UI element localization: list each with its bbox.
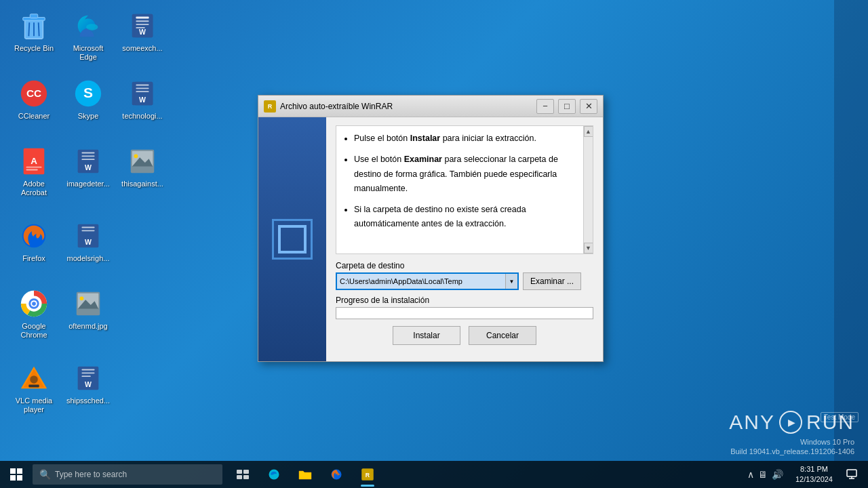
svg-rect-62 — [10, 468, 16, 474]
desktop-icon-ccleaner[interactable]: CC CCleaner — [7, 75, 61, 123]
svg-rect-69 — [243, 475, 249, 479]
desktop-icon-edge[interactable]: Microsoft Edge — [61, 7, 115, 64]
svg-point-54 — [30, 375, 38, 384]
start-button[interactable] — [0, 461, 33, 488]
svg-point-36 — [134, 154, 138, 158]
thisagainst-icon — [126, 145, 159, 178]
desktop-icon-modelsrigh[interactable]: W modelsrigh... — [61, 217, 115, 266]
dialog-titlebar: R Archivo auto-extraíble WinRAR − □ ✕ — [258, 96, 603, 117]
svg-rect-41 — [81, 230, 94, 231]
anyrun-os: Windows 10 Pro — [800, 438, 854, 446]
progress-label: Progreso de la instalación — [336, 296, 593, 305]
desktop-icon-chrome[interactable]: Google Chrome — [7, 285, 61, 342]
svg-text:W: W — [85, 163, 92, 171]
clock[interactable]: 8:31 PM 12/13/2024 — [790, 464, 838, 485]
instalar-bold: Instalar — [410, 134, 440, 143]
shipsschedule-icon: W — [72, 362, 104, 394]
edge-icon — [72, 9, 104, 42]
taskbar-explorer-button[interactable] — [290, 461, 320, 488]
browse-button[interactable]: Examinar ... — [523, 272, 581, 290]
bullet-list: Pulse el botón Instalar para iniciar la … — [343, 131, 575, 232]
svg-rect-10 — [136, 20, 149, 22]
desktop-icon-label-recycle-bin: Recycle Bin — [14, 44, 54, 53]
task-view-button[interactable] — [228, 461, 258, 488]
desktop-icon-acrobat[interactable]: A Adobe Acrobat — [7, 142, 61, 200]
destination-combo[interactable]: C:\Users\admin\AppData\Local\Temp ▼ — [336, 272, 519, 290]
svg-text:R: R — [366, 472, 370, 479]
install-button[interactable]: Instalar — [393, 326, 460, 345]
scroll-up-button[interactable]: ▲ — [584, 126, 593, 137]
dialog-instructions-text: Pulse el botón Instalar para iniciar la … — [343, 131, 586, 232]
dialog-left-panel — [258, 117, 326, 361]
oftenmd-icon — [72, 287, 104, 320]
desktop-icon-oftenmd[interactable]: oftenmd.jpg — [61, 285, 115, 333]
dialog-maximize-button[interactable]: □ — [558, 99, 576, 114]
desktop-icon-imagedeter[interactable]: W imagedeter... — [61, 142, 115, 191]
recycle-bin-icon — [18, 9, 50, 42]
chrome-icon — [18, 287, 50, 320]
speaker-icon[interactable]: 🔊 — [772, 469, 783, 480]
dialog-footer: Instalar Cancelar — [336, 319, 593, 353]
destination-row: C:\Users\admin\AppData\Local\Temp ▼ Exam… — [336, 272, 593, 290]
desktop: Recycle Bin Microsoft Edge — [0, 0, 868, 461]
desktop-icon-technologi[interactable]: W technologi... — [115, 75, 170, 123]
svg-rect-22 — [136, 87, 149, 89]
instruction-1: Pulse el botón Instalar para iniciar la … — [354, 131, 575, 146]
svg-text:CC: CC — [26, 87, 41, 99]
right-panel — [834, 0, 868, 461]
desktop-icon-label-skype: Skype — [78, 112, 99, 121]
notification-center-button[interactable] — [841, 461, 863, 488]
svg-rect-75 — [847, 470, 856, 476]
dialog-instructions-area: Pulse el botón Instalar para iniciar la … — [336, 125, 593, 254]
scroll-down-button[interactable]: ▼ — [584, 243, 593, 253]
desktop-icon-skype[interactable]: S Skype — [61, 75, 115, 123]
dialog-logo-inner — [278, 225, 307, 253]
desktop-icon-thisagainst[interactable]: thisagainst... — [115, 142, 170, 191]
svg-point-71 — [273, 474, 278, 476]
winrar-dialog: R Archivo auto-extraíble WinRAR − □ ✕ — [258, 95, 604, 362]
system-tray: ∧ 🖥 🔊 — [743, 469, 787, 480]
destination-dropdown-button[interactable]: ▼ — [505, 274, 517, 289]
desktop-icon-label-thisagainst: thisagainst... — [121, 180, 163, 188]
desktop-icon-label-someexch: someexch... — [122, 44, 162, 53]
svg-rect-40 — [81, 227, 94, 228]
skype-icon: S — [72, 77, 104, 110]
taskbar-edge-button[interactable] — [259, 461, 289, 488]
anyrun-text: ANY — [729, 411, 775, 434]
network-icon[interactable]: 🖥 — [758, 469, 768, 480]
dialog-close-button[interactable]: ✕ — [580, 99, 597, 114]
taskbar-firefox-button[interactable] — [321, 461, 351, 488]
progress-section: Progreso de la instalación — [336, 296, 593, 319]
anyrun-build: Build 19041.vb_release.191206-1406 — [730, 447, 854, 455]
anyrun-play-icon: ▶ — [779, 411, 802, 434]
dialog-minimize-button[interactable]: − — [536, 99, 554, 114]
cancel-button[interactable]: Cancelar — [469, 326, 536, 345]
svg-rect-26 — [26, 167, 42, 168]
taskbar-winrar-button[interactable]: R — [353, 461, 382, 488]
chevron-up-icon[interactable]: ∧ — [747, 469, 754, 480]
svg-point-70 — [269, 470, 279, 480]
examinar-bold: Examinar — [404, 155, 442, 164]
destination-label: Carpeta de destino — [336, 261, 593, 270]
svg-point-50 — [80, 296, 84, 300]
desktop-icon-firefox[interactable]: Firefox — [7, 217, 61, 266]
desktop-icon-recycle-bin[interactable]: Recycle Bin — [7, 7, 61, 56]
instruction-3: Si la carpeta de destino no existe será … — [354, 203, 575, 232]
search-bar[interactable]: 🔍 Type here to search — [33, 464, 222, 485]
svg-rect-58 — [81, 372, 94, 373]
svg-text:W: W — [139, 28, 146, 36]
svg-rect-30 — [81, 152, 94, 154]
svg-rect-27 — [26, 169, 38, 171]
svg-text:W: W — [85, 238, 92, 246]
desktop-icon-vlc[interactable]: VLC media player — [7, 359, 61, 417]
svg-rect-11 — [136, 24, 149, 25]
svg-rect-9 — [136, 17, 149, 19]
svg-text:W: W — [139, 96, 146, 104]
destination-value: C:\Users\admin\AppData\Local\Temp — [337, 277, 505, 285]
svg-text:R: R — [268, 103, 273, 110]
desktop-icon-someexch[interactable]: W someexch... — [115, 7, 170, 56]
desktop-icon-shipsschedule[interactable]: W shipssched... — [61, 359, 115, 408]
dialog-title: Archivo auto-extraíble WinRAR — [280, 102, 532, 111]
vlc-icon — [18, 362, 50, 394]
acrobat-icon: A — [18, 145, 50, 178]
